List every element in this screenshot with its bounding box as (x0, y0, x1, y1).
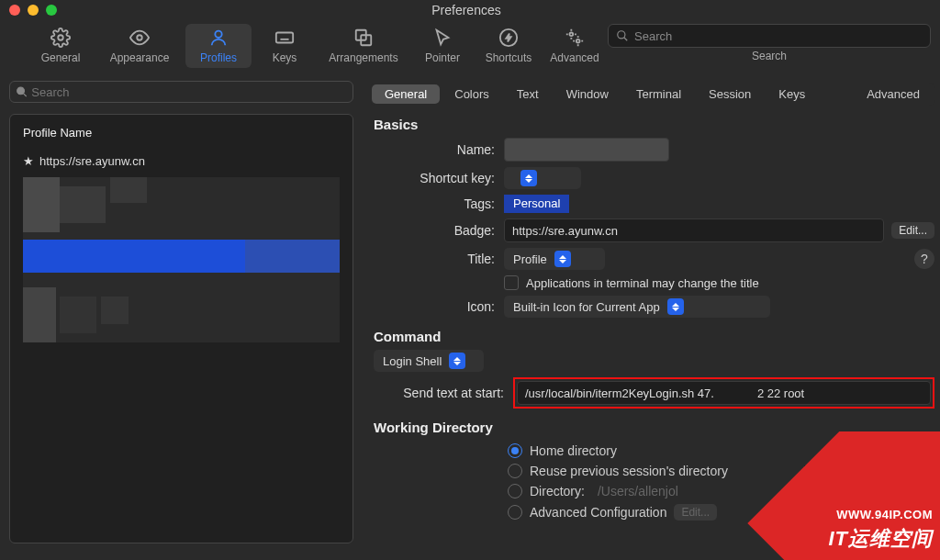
apps-change-title-checkbox[interactable] (504, 275, 519, 290)
command-select[interactable]: Login Shell (374, 350, 484, 372)
badge-input[interactable] (504, 218, 884, 242)
window-title: Preferences (2, 3, 931, 17)
subtab-window[interactable]: Window (554, 84, 621, 104)
tab-keys[interactable]: Keys (252, 24, 318, 68)
profile-search-input[interactable] (31, 85, 347, 99)
bolt-icon (498, 28, 519, 48)
windows-icon (353, 28, 374, 48)
tab-pointer[interactable]: Pointer (409, 24, 476, 68)
svg-point-0 (58, 35, 63, 40)
icon-select[interactable]: Built-in Icon for Current App (504, 296, 770, 318)
toolbar-search-input[interactable]: Search (608, 24, 931, 48)
tab-shortcuts[interactable]: Shortcuts (476, 24, 542, 68)
subtab-advanced[interactable]: Advanced (854, 84, 933, 104)
gears-icon (565, 28, 585, 48)
radio-icon[interactable] (508, 443, 522, 458)
icon-label: Icon: (370, 299, 495, 314)
name-label: Name: (370, 142, 495, 157)
apps-change-title-label: Applications in terminal may change the … (526, 276, 759, 290)
subtab-general[interactable]: General (372, 84, 440, 104)
svg-point-12 (570, 33, 574, 37)
keyboard-icon (274, 28, 295, 48)
help-button[interactable]: ? (914, 249, 934, 269)
tab-advanced[interactable]: Advanced (542, 24, 608, 68)
redacted-profiles (23, 177, 340, 342)
badge-label: Badge: (370, 223, 495, 238)
subtab-session[interactable]: Session (696, 84, 764, 104)
wd-opt-directory[interactable]: Directory:/Users/allenjol (370, 481, 934, 501)
cursor-icon (432, 28, 453, 48)
directory-path: /Users/allenjol (598, 484, 678, 498)
command-heading: Command (374, 329, 934, 344)
search-icon (616, 29, 629, 42)
svg-point-1 (137, 35, 142, 40)
subtab-terminal[interactable]: Terminal (623, 84, 694, 104)
shortcut-select[interactable] (504, 167, 581, 189)
tags-label: Tags: (370, 196, 495, 211)
tab-general[interactable]: General (28, 24, 94, 68)
send-text-label: Send text at start: (370, 386, 504, 400)
star-icon: ★ (23, 154, 34, 168)
radio-icon[interactable] (508, 484, 522, 498)
send-text-input[interactable] (517, 381, 931, 405)
badge-edit-button[interactable]: Edit... (891, 222, 934, 239)
eye-icon (129, 28, 150, 48)
wd-opt-advanced[interactable]: Advanced ConfigurationEdit... (370, 501, 934, 523)
svg-point-2 (215, 31, 221, 38)
basics-heading: Basics (374, 117, 934, 132)
wd-opt-reuse[interactable]: Reuse previous session's directory (370, 461, 934, 481)
svg-point-16 (17, 87, 25, 95)
workdir-heading: Working Directory (374, 420, 934, 435)
radio-icon[interactable] (508, 505, 522, 520)
search-icon (16, 85, 28, 98)
wd-opt-home[interactable]: Home directory (370, 441, 934, 461)
profiles-list: Profile Name ★ https://sre.ayunw.cn (9, 114, 353, 543)
radio-icon[interactable] (508, 464, 522, 478)
profiles-header: Profile Name (10, 122, 352, 149)
svg-point-13 (576, 39, 580, 43)
wd-edit-button: Edit... (674, 504, 717, 521)
send-text-highlight (513, 377, 934, 409)
name-input[interactable] (504, 138, 669, 162)
svg-line-17 (23, 94, 26, 96)
shortcut-label: Shortcut key: (370, 171, 495, 185)
preferences-toolbar: General Appearance Profiles Keys Arrange… (0, 20, 940, 75)
subtab-colors[interactable]: Colors (442, 84, 502, 104)
subtab-keys[interactable]: Keys (766, 84, 818, 104)
subtab-text[interactable]: Text (504, 84, 552, 104)
tag-pill[interactable]: Personal (504, 195, 569, 213)
title-select[interactable]: Profile (504, 248, 605, 270)
svg-rect-3 (276, 33, 293, 43)
toolbar-search-label: Search (752, 50, 787, 62)
svg-point-14 (618, 31, 625, 39)
gear-icon (50, 28, 71, 48)
profile-search[interactable] (9, 81, 353, 103)
title-label: Title: (370, 252, 495, 266)
person-icon (208, 28, 229, 48)
profile-row[interactable]: ★ https://sre.ayunw.cn (10, 149, 352, 174)
profile-subtabs: General Colors Text Window Terminal Sess… (370, 83, 934, 106)
tab-arrangements[interactable]: Arrangements (318, 24, 409, 68)
tab-profiles[interactable]: Profiles (185, 24, 252, 68)
tab-appearance[interactable]: Appearance (94, 24, 185, 68)
svg-line-15 (624, 38, 628, 41)
